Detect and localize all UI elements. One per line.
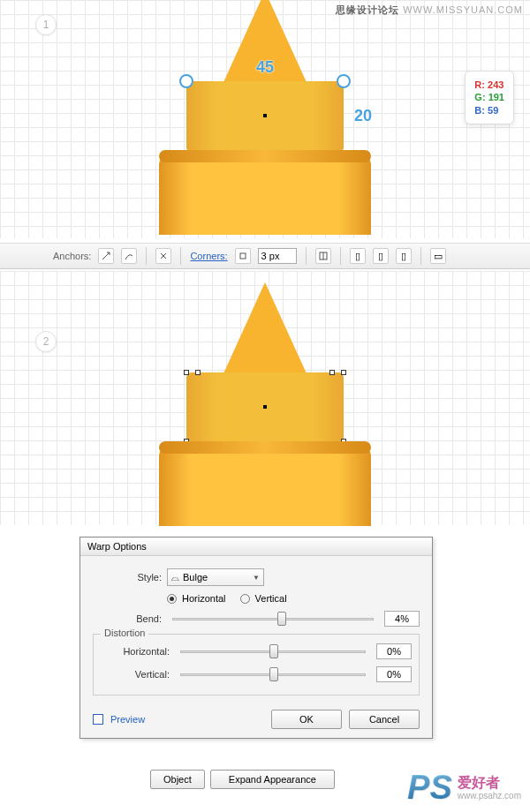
separator <box>340 247 341 265</box>
ps-logo: PS <box>407 769 452 807</box>
svg-rect-0 <box>240 253 246 259</box>
align-button[interactable] <box>315 248 331 264</box>
dist-v-label: Vertical: <box>101 669 170 680</box>
center-point <box>263 405 267 409</box>
radio-label: Horizontal <box>182 593 226 604</box>
cancel-button[interactable]: Cancel <box>349 710 420 729</box>
illustration-step-1: 45 20 <box>159 0 371 235</box>
bottle-cone <box>221 282 309 380</box>
separator <box>146 247 147 265</box>
dist-v-value[interactable]: 0% <box>376 666 412 682</box>
vertical-radio[interactable] <box>240 594 250 604</box>
separator <box>306 247 307 265</box>
anchor-handle[interactable] <box>337 74 351 88</box>
dialog-title: Warp Options <box>80 538 432 556</box>
bottle-base <box>159 447 371 526</box>
dimension-width: 45 <box>256 58 274 77</box>
rgb-r: R: 243 <box>474 79 504 91</box>
corner-radius-input[interactable]: 3 px <box>258 248 297 264</box>
horizontal-slider[interactable] <box>180 644 366 658</box>
color-swatch-readout: R: 243 G: 191 B: 59 <box>465 71 514 124</box>
dist-h-label: Horizontal: <box>101 646 170 657</box>
warp-options-dialog: Warp Options Style: ⌓Bulge Horizontal Ve… <box>80 537 433 739</box>
anchors-label: Anchors: <box>53 251 91 261</box>
bottle-cap-rect[interactable]: 45 20 <box>186 81 344 150</box>
anchor-point[interactable] <box>329 370 335 375</box>
bottle-cap-rect[interactable] <box>186 372 344 441</box>
distortion-fieldset: Distortion Horizontal: 0% Vertical: 0% <box>93 634 420 695</box>
corners-label[interactable]: Corners: <box>190 251 227 261</box>
center-point <box>263 114 267 117</box>
align-button[interactable]: ▯ <box>373 248 389 264</box>
illustration-step-2 <box>159 282 371 526</box>
dimension-height: 20 <box>354 107 372 125</box>
align-button[interactable]: ▭ <box>430 248 446 264</box>
distortion-label: Distortion <box>101 628 148 638</box>
anchor-point[interactable] <box>184 370 189 375</box>
ok-button[interactable]: OK <box>271 710 342 729</box>
horizontal-radio[interactable] <box>167 594 177 604</box>
object-button[interactable]: Object <box>150 770 205 789</box>
style-label: Style: <box>93 572 162 583</box>
bend-slider[interactable] <box>172 612 374 626</box>
convert-anchor-button[interactable] <box>121 248 137 264</box>
convert-anchor-button[interactable] <box>98 248 114 264</box>
anchor-handle[interactable] <box>179 74 193 88</box>
anchor-point[interactable] <box>341 370 346 375</box>
step-badge-1: 1 <box>35 14 57 35</box>
corner-type-button[interactable] <box>235 248 251 264</box>
bend-label: Bend: <box>93 613 162 624</box>
preview-label: Preview <box>110 714 145 725</box>
separator <box>420 247 421 265</box>
align-button[interactable]: ▯ <box>396 248 412 264</box>
radio-label: Vertical <box>255 593 287 604</box>
preview-checkbox[interactable] <box>93 714 103 725</box>
properties-toolbar: Anchors: Corners: 3 px ▯ ▯ ▯ ▭ <box>0 243 530 269</box>
rgb-b: B: 59 <box>474 104 504 117</box>
anchor-point[interactable] <box>195 370 201 375</box>
style-select[interactable]: ⌓Bulge <box>167 568 264 586</box>
watermark-bottom: PS 爱好者www.psahz.com <box>407 769 521 807</box>
anchor-remove-button[interactable] <box>155 248 171 264</box>
rgb-g: G: 191 <box>474 91 504 103</box>
separator <box>180 247 181 265</box>
vertical-slider[interactable] <box>180 667 366 681</box>
align-button[interactable]: ▯ <box>350 248 366 264</box>
bottle-base <box>159 155 371 235</box>
step-badge-2: 2 <box>35 331 57 352</box>
bulge-icon: ⌓ <box>171 572 179 583</box>
dist-h-value[interactable]: 0% <box>376 643 412 659</box>
expand-appearance-button[interactable]: Expand Appearance <box>210 770 335 789</box>
bend-value[interactable]: 4% <box>384 611 420 627</box>
